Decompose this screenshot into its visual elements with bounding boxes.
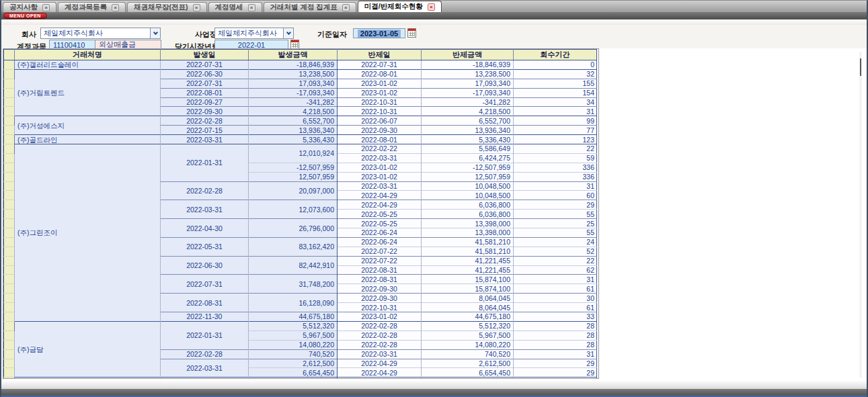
occur-amount-cell[interactable]: 5,336,430: [249, 135, 338, 144]
tab-item[interactable]: 계정과목등록×: [58, 2, 126, 12]
collect-days-cell[interactable]: 61: [514, 284, 597, 294]
settle-date-cell[interactable]: 2023-01-02: [338, 172, 422, 181]
collect-days-cell[interactable]: 31: [514, 349, 597, 359]
collect-days-cell[interactable]: 52: [514, 247, 597, 256]
row-header-cell[interactable]: [4, 97, 15, 107]
occur-amount-cell[interactable]: 12,073,600: [249, 200, 338, 219]
row-header-cell[interactable]: [4, 303, 15, 312]
customer-name-cell[interactable]: (주)골드라인: [15, 135, 161, 144]
settle-date-cell[interactable]: 2022-10-31: [338, 303, 422, 312]
collect-days-cell[interactable]: 29: [514, 359, 597, 368]
occur-amount-cell[interactable]: 5,967,500: [249, 330, 338, 340]
tab-close-icon[interactable]: ×: [428, 3, 435, 11]
occur-amount-cell[interactable]: 31,748,200: [249, 275, 338, 294]
occur-date-cell[interactable]: 2022-02-28: [161, 349, 249, 359]
settle-date-cell[interactable]: 2022-03-31: [338, 153, 422, 163]
occur-amount-cell[interactable]: -17,093,340: [249, 88, 338, 97]
occur-date-cell[interactable]: 2022-09-27: [161, 97, 249, 107]
customer-name-cell[interactable]: (주)그린조이: [15, 144, 161, 322]
collect-days-cell[interactable]: 22: [514, 144, 597, 154]
settle-amount-cell[interactable]: 5,967,500: [422, 330, 514, 340]
tab-item[interactable]: 거래처별 계정 집계표×: [264, 2, 356, 12]
row-header-cell[interactable]: [4, 88, 15, 97]
row-header-cell[interactable]: [4, 368, 15, 378]
settle-date-cell[interactable]: 2022-05-25: [338, 219, 422, 228]
customer-name-cell[interactable]: (주)갤러리드슬레이: [15, 60, 161, 70]
row-header-cell[interactable]: [4, 107, 15, 116]
occur-amount-cell[interactable]: 16,128,090: [249, 294, 338, 312]
occur-date-cell[interactable]: 2022-03-31: [161, 135, 249, 144]
settle-date-cell[interactable]: 2022-08-01: [338, 135, 422, 144]
occur-amount-cell[interactable]: 12,507,959: [249, 172, 338, 181]
tab-item[interactable]: 공지사항×: [3, 2, 56, 12]
settle-amount-cell[interactable]: 6,552,700: [422, 116, 514, 126]
occur-amount-cell[interactable]: -12,507,959: [249, 163, 338, 172]
collect-days-cell[interactable]: 28: [514, 340, 597, 349]
collect-days-cell[interactable]: 22: [514, 256, 597, 265]
occur-amount-cell[interactable]: 6,654,450: [249, 368, 338, 378]
collect-days-cell[interactable]: 99: [514, 116, 597, 126]
vertical-scrollbar[interactable]: [859, 52, 862, 378]
vertical-scrollbar-thumb[interactable]: [860, 58, 861, 76]
settle-date-cell[interactable]: 2022-04-29: [338, 191, 422, 200]
settle-date-cell[interactable]: 2022-08-01: [338, 69, 422, 79]
company-select[interactable]: 제일제지주식회사: [40, 28, 161, 39]
settle-amount-cell[interactable]: -341,282: [422, 97, 514, 107]
tab-active[interactable]: 미결/반제회수현황×: [358, 1, 442, 12]
collect-days-cell[interactable]: 123: [514, 135, 597, 144]
settle-date-cell[interactable]: 2023-01-02: [338, 88, 422, 97]
settle-amount-cell[interactable]: 4,218,500: [422, 107, 514, 116]
row-header-cell[interactable]: [4, 349, 15, 359]
occur-date-cell[interactable]: 2022-01-31: [161, 144, 249, 182]
row-header-cell[interactable]: [4, 359, 15, 368]
row-header-cell[interactable]: [4, 247, 15, 256]
row-header-cell[interactable]: [4, 200, 15, 210]
collect-days-cell[interactable]: 155: [514, 79, 597, 88]
settle-date-cell[interactable]: 2022-08-31: [338, 275, 422, 284]
chevron-down-icon[interactable]: [283, 28, 293, 38]
settle-date-cell[interactable]: 2022-03-31: [338, 181, 422, 191]
settle-date-cell[interactable]: 2022-04-29: [338, 359, 422, 368]
settle-amount-cell[interactable]: 8,064,045: [422, 303, 514, 312]
occur-amount-cell[interactable]: -341,282: [249, 97, 338, 107]
occur-date-cell[interactable]: 2022-07-31: [161, 60, 249, 70]
collect-days-cell[interactable]: 154: [514, 88, 597, 97]
occur-date-cell[interactable]: 2022-02-28: [161, 181, 249, 200]
occur-amount-cell[interactable]: 13,936,340: [249, 126, 338, 135]
base-date-input[interactable]: 2023-01-05: [353, 28, 405, 38]
occur-date-cell[interactable]: 2022-06-30: [161, 256, 249, 275]
settle-date-cell[interactable]: 2022-10-31: [338, 97, 422, 107]
settle-date-cell[interactable]: 2022-04-29: [338, 200, 422, 210]
settle-amount-cell[interactable]: 6,036,800: [422, 200, 514, 210]
settle-amount-cell[interactable]: 2,612,500: [422, 359, 514, 368]
settle-amount-cell[interactable]: 44,675,180: [422, 312, 514, 322]
row-header-cell[interactable]: [4, 191, 15, 200]
collect-days-cell[interactable]: 55: [514, 210, 597, 219]
occur-amount-cell[interactable]: 82,442,910: [249, 256, 338, 275]
tab-close-icon[interactable]: ×: [112, 4, 119, 11]
settle-amount-cell[interactable]: 6,654,450: [422, 368, 514, 378]
collect-days-cell[interactable]: 0: [514, 60, 597, 70]
row-header-cell[interactable]: [4, 256, 15, 265]
calendar-icon[interactable]: [407, 28, 416, 38]
row-header-cell[interactable]: [4, 79, 15, 88]
settle-date-cell[interactable]: 2022-06-24: [338, 237, 422, 247]
row-header-cell[interactable]: [4, 228, 15, 238]
settle-date-cell[interactable]: 2022-10-31: [338, 107, 422, 116]
collect-days-cell[interactable]: 29: [514, 368, 597, 378]
occur-amount-cell[interactable]: 740,520: [249, 349, 338, 359]
tab-close-icon[interactable]: ×: [248, 4, 255, 11]
settle-amount-cell[interactable]: 13,398,000: [422, 228, 514, 238]
horizontal-scroll-area[interactable]: [1, 380, 867, 389]
settle-date-cell[interactable]: 2022-02-28: [338, 321, 422, 330]
settle-amount-cell[interactable]: 15,874,100: [422, 284, 514, 294]
occur-amount-cell[interactable]: -18,846,939: [249, 60, 338, 70]
row-header-cell[interactable]: [4, 69, 15, 79]
collect-days-cell[interactable]: 28: [514, 321, 597, 330]
settle-date-cell[interactable]: 2022-06-24: [338, 228, 422, 238]
settle-amount-cell[interactable]: 740,520: [422, 349, 514, 359]
settle-date-cell[interactable]: 2023-01-02: [338, 79, 422, 88]
collect-days-cell[interactable]: 31: [514, 107, 597, 116]
tab-item[interactable]: 채권채무장(전표)×: [127, 2, 207, 12]
collect-days-cell[interactable]: 77: [514, 126, 597, 135]
